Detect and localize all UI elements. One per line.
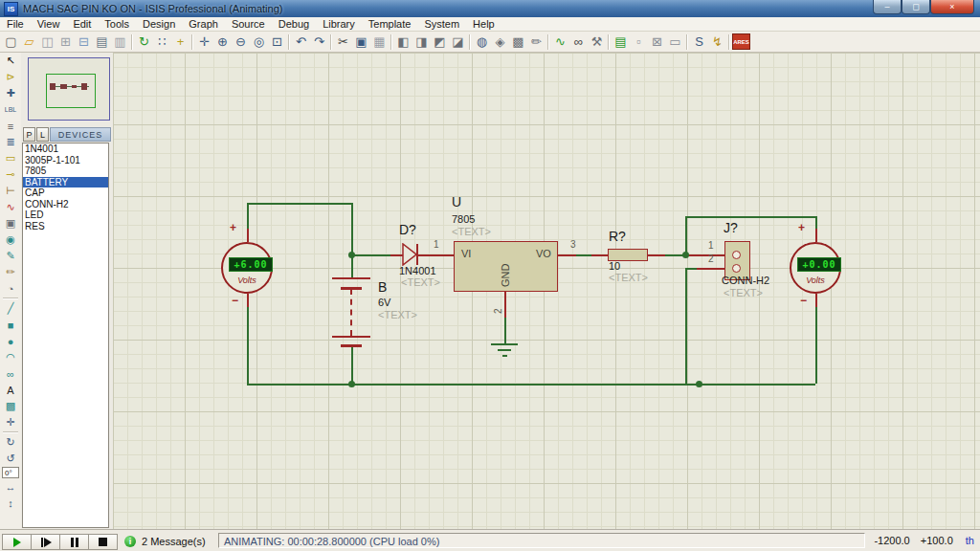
wire-autorouter-icon[interactable]: ∿ xyxy=(551,33,569,51)
menu-source[interactable]: Source xyxy=(225,18,272,30)
device-item-1n4001[interactable]: 1N4001 xyxy=(23,143,108,155)
paste-icon[interactable]: ▦ xyxy=(370,33,389,51)
wire-segment[interactable] xyxy=(685,254,724,256)
goto-sheet-icon[interactable]: ▭ xyxy=(666,33,684,51)
wire-segment[interactable] xyxy=(416,254,455,256)
wire-segment[interactable] xyxy=(351,254,390,256)
remove-sheet-icon[interactable]: ⊠ xyxy=(648,33,666,51)
wire-segment[interactable] xyxy=(576,254,591,256)
step-button[interactable] xyxy=(32,535,60,549)
message-count[interactable]: 2 Message(s) xyxy=(142,536,206,547)
device-item-res[interactable]: RES xyxy=(23,221,108,232)
device-item-conn-h2[interactable]: CONN-H2 xyxy=(23,199,108,210)
device-item-cap[interactable]: CAP xyxy=(23,187,108,199)
pan-icon[interactable]: ✛ xyxy=(195,33,213,51)
wire-segment[interactable] xyxy=(504,318,506,343)
play-button[interactable] xyxy=(3,535,32,549)
copy-icon[interactable]: ▣ xyxy=(352,33,370,51)
wire-segment[interactable] xyxy=(247,307,249,384)
2d-line-icon[interactable]: ╱ xyxy=(1,300,20,317)
generator-mode-icon[interactable]: ◉ xyxy=(1,231,20,248)
2d-circle-icon[interactable]: ● xyxy=(1,333,20,349)
wire-segment[interactable] xyxy=(697,268,724,270)
stop-button[interactable] xyxy=(89,535,117,549)
subcircuit-mode-icon[interactable]: ▭ xyxy=(1,150,20,166)
pin-number-label[interactable]: 1 xyxy=(434,239,439,250)
import-section-icon[interactable]: ⊞ xyxy=(56,33,75,51)
menu-library[interactable]: Library xyxy=(316,18,362,30)
cut-icon[interactable]: ✂ xyxy=(334,33,352,51)
new-sheet-icon[interactable]: ▫ xyxy=(630,33,648,51)
close-button[interactable]: × xyxy=(930,0,974,14)
pin-number-label[interactable]: 2 xyxy=(493,308,503,314)
mirror-y-icon[interactable]: ↕ xyxy=(1,495,20,511)
component-label[interactable]: U xyxy=(452,194,461,209)
text-placeholder-label[interactable]: <TEXT> xyxy=(452,226,491,237)
block-rotate-icon[interactable]: ◩ xyxy=(431,33,449,51)
text-placeholder-label[interactable]: <TEXT> xyxy=(724,287,763,298)
block-copy-icon[interactable]: ◧ xyxy=(394,33,412,51)
menu-file[interactable]: File xyxy=(0,18,31,30)
zoom-area-icon[interactable]: ⊡ xyxy=(268,33,286,51)
rotate-anticlockwise-icon[interactable]: ↺ xyxy=(1,451,20,467)
wire-segment[interactable] xyxy=(247,294,249,307)
junction-dot-mode-icon[interactable]: ✚ xyxy=(1,85,20,101)
component-label[interactable]: CONN-H2 xyxy=(722,275,769,286)
wire-segment[interactable] xyxy=(247,229,249,242)
make-device-icon[interactable]: ◈ xyxy=(491,33,509,51)
component-label[interactable]: B xyxy=(378,279,387,295)
menu-system[interactable]: System xyxy=(417,18,466,30)
wire-label-mode-icon[interactable]: LBL xyxy=(1,101,20,118)
minimize-button[interactable]: – xyxy=(873,0,902,14)
source-code-icon[interactable]: S xyxy=(690,33,708,51)
search-tag-icon[interactable]: ∞ xyxy=(569,33,588,51)
rotation-angle-box[interactable]: 0° xyxy=(2,467,19,478)
tape-recorder-mode-icon[interactable]: ▣ xyxy=(1,215,20,231)
device-item-battery[interactable]: BATTERY xyxy=(23,177,108,188)
decompose-icon[interactable]: ✏ xyxy=(527,33,546,51)
mark-output-area-icon[interactable]: ▥ xyxy=(111,33,129,51)
pick-device-icon[interactable]: ◍ xyxy=(473,33,491,51)
save-design-icon[interactable]: ◫ xyxy=(38,33,56,51)
menu-help[interactable]: Help xyxy=(466,18,501,30)
component-label[interactable]: 10 xyxy=(609,260,620,272)
voltage-probe-mode-icon[interactable]: ✎ xyxy=(1,248,20,264)
block-move-icon[interactable]: ◨ xyxy=(412,33,431,51)
device-pin-mode-icon[interactable]: ⊢ xyxy=(1,183,20,199)
undo-icon[interactable]: ↶ xyxy=(292,33,310,51)
2d-marker-icon[interactable]: ✛ xyxy=(1,414,20,430)
2d-text-icon[interactable]: A xyxy=(1,382,20,398)
zoom-all-icon[interactable]: ◎ xyxy=(250,33,268,51)
device-item-led[interactable]: LED xyxy=(23,209,108,221)
wire-segment[interactable] xyxy=(504,292,506,318)
pin-name-label[interactable]: VO xyxy=(536,248,551,259)
text-placeholder-label[interactable]: <TEXT> xyxy=(378,309,417,320)
pick-parts-button[interactable]: P xyxy=(23,127,35,142)
component-label[interactable]: 1N4001 xyxy=(399,265,436,276)
info-icon[interactable]: i xyxy=(124,536,136,547)
text-script-mode-icon[interactable]: ≡ xyxy=(1,118,20,134)
wire-segment[interactable] xyxy=(648,254,665,256)
pin-name-label[interactable]: VI xyxy=(461,248,471,259)
wire-segment[interactable] xyxy=(815,216,817,229)
wire-segment[interactable] xyxy=(351,203,353,254)
component-label[interactable]: 7805 xyxy=(452,213,475,225)
design-explorer-icon[interactable]: ▤ xyxy=(612,33,630,51)
export-section-icon[interactable]: ⊟ xyxy=(75,33,93,51)
wire-segment[interactable] xyxy=(247,203,351,205)
component-mode-icon[interactable]: ⊳ xyxy=(1,69,20,85)
graph-mode-icon[interactable]: ∿ xyxy=(1,199,20,215)
bus-mode-icon[interactable]: ≣ xyxy=(1,134,20,150)
open-design-icon[interactable]: ▱ xyxy=(20,33,38,51)
wire-segment[interactable] xyxy=(685,216,687,254)
component-label[interactable]: D? xyxy=(399,222,416,237)
rotate-clockwise-icon[interactable]: ↻ xyxy=(1,434,20,451)
component-label[interactable]: 6V xyxy=(378,297,390,308)
schematic-canvas[interactable]: + +6.00 Volts − + +0.00 Volts − D?1N4001… xyxy=(113,53,980,529)
menu-graph[interactable]: Graph xyxy=(182,18,225,30)
library-manager-button[interactable]: L xyxy=(36,127,49,142)
overview-window[interactable] xyxy=(28,57,110,121)
menu-design[interactable]: Design xyxy=(136,18,182,30)
pin-number-label[interactable]: 3 xyxy=(570,239,576,250)
device-list[interactable]: 1N40013005P-1-1017805BATTERYCAPCONN-H2LE… xyxy=(22,143,109,528)
